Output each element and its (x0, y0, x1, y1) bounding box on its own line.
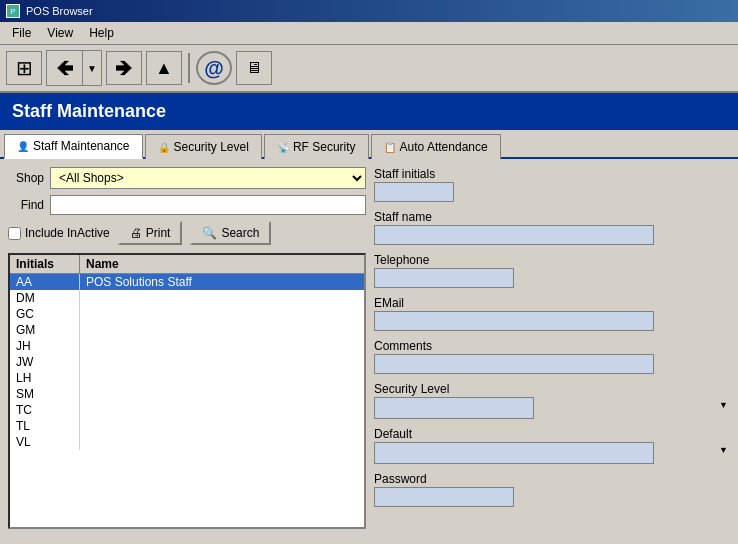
default-wrapper: Option 1 Option 2 (374, 442, 730, 464)
list-item[interactable]: DM (10, 290, 364, 306)
telephone-group: Telephone (374, 253, 730, 288)
computer-button[interactable]: 🖥 (236, 51, 272, 85)
main-content: Shop <All Shops> Find Include InActive 🖨… (0, 159, 738, 537)
cell-name (80, 306, 364, 322)
security-level-label: Security Level (374, 382, 730, 396)
tab-security-level[interactable]: 🔒 Security Level (145, 134, 262, 159)
cell-initials: VL (10, 434, 80, 450)
back-button[interactable]: 🡸 (47, 51, 83, 85)
dropdown-button[interactable]: ▼ (83, 51, 101, 85)
toolbar: ⊞ 🡸 ▼ 🡺 ▲ @ 🖥 (0, 45, 738, 93)
comments-label: Comments (374, 339, 730, 353)
tab-auto-attendance[interactable]: 📋 Auto Attendance (371, 134, 501, 159)
comments-group: Comments (374, 339, 730, 374)
default-select[interactable]: Option 1 Option 2 (374, 442, 654, 464)
shop-row: Shop <All Shops> (8, 167, 366, 189)
cell-initials: JH (10, 338, 80, 354)
menu-bar: File View Help (0, 22, 738, 45)
list-item[interactable]: JH (10, 338, 364, 354)
cell-initials: DM (10, 290, 80, 306)
find-input[interactable] (50, 195, 366, 215)
email-group: EMail (374, 296, 730, 331)
menu-view[interactable]: View (39, 24, 81, 42)
email-button[interactable]: @ (196, 51, 232, 85)
staff-name-group: Staff name (374, 210, 730, 245)
list-item[interactable]: AA POS Solutions Staff (10, 274, 364, 290)
find-row: Find (8, 195, 366, 215)
cell-name (80, 370, 364, 386)
up-button[interactable]: ▲ (146, 51, 182, 85)
cell-name: POS Solutions Staff (80, 274, 364, 290)
password-group: Password (374, 472, 730, 507)
right-panel: Staff initials Staff name Telephone EMai… (374, 167, 730, 529)
security-level-select[interactable]: Level 1 Level 2 Level 3 (374, 397, 534, 419)
list-item[interactable]: SM (10, 386, 364, 402)
list-item[interactable]: TL (10, 418, 364, 434)
email-label: EMail (374, 296, 730, 310)
list-item[interactable]: LH (10, 370, 364, 386)
menu-file[interactable]: File (4, 24, 39, 42)
security-level-group: Security Level Level 1 Level 2 Level 3 (374, 382, 730, 419)
cell-name (80, 386, 364, 402)
staff-list-container[interactable]: Initials Name AA POS Solutions Staff DM … (8, 253, 366, 529)
tab-rf-security[interactable]: 📡 RF Security (264, 134, 369, 159)
cell-initials: GM (10, 322, 80, 338)
header-initials: Initials (10, 255, 80, 273)
print-button[interactable]: 🖨 Print (118, 221, 183, 245)
password-label: Password (374, 472, 730, 486)
rf-security-icon: 📡 (277, 142, 289, 153)
cell-initials: SM (10, 386, 80, 402)
default-label: Default (374, 427, 730, 441)
telephone-input[interactable] (374, 268, 514, 288)
staff-initials-input[interactable] (374, 182, 454, 202)
cell-name (80, 322, 364, 338)
shop-select[interactable]: <All Shops> (50, 167, 366, 189)
staff-initials-group: Staff initials (374, 167, 730, 202)
separator-1 (188, 53, 190, 83)
list-item[interactable]: GC (10, 306, 364, 322)
telephone-label: Telephone (374, 253, 730, 267)
default-group: Default Option 1 Option 2 (374, 427, 730, 464)
staff-name-input[interactable] (374, 225, 654, 245)
security-level-icon: 🔒 (158, 142, 170, 153)
home-button[interactable]: ⊞ (6, 51, 42, 85)
cell-initials: TC (10, 402, 80, 418)
list-item[interactable]: GM (10, 322, 364, 338)
page-header: Staff Maintenance (0, 93, 738, 130)
list-header: Initials Name (10, 255, 364, 274)
staff-name-label: Staff name (374, 210, 730, 224)
security-level-wrapper: Level 1 Level 2 Level 3 (374, 397, 730, 419)
menu-help[interactable]: Help (81, 24, 122, 42)
forward-button[interactable]: 🡺 (106, 51, 142, 85)
list-item[interactable]: JW (10, 354, 364, 370)
print-icon: 🖨 (130, 226, 142, 240)
cell-initials: GC (10, 306, 80, 322)
controls-row: Include InActive 🖨 Print 🔍 Search (8, 221, 366, 245)
comments-input[interactable] (374, 354, 654, 374)
cell-name (80, 418, 364, 434)
email-input[interactable] (374, 311, 654, 331)
title-bar-text: POS Browser (26, 5, 93, 17)
auto-attendance-icon: 📋 (384, 142, 396, 153)
find-label: Find (8, 198, 44, 212)
search-button[interactable]: 🔍 Search (190, 221, 271, 245)
staff-initials-label: Staff initials (374, 167, 730, 181)
page-title: Staff Maintenance (12, 101, 166, 121)
cell-initials: LH (10, 370, 80, 386)
header-name: Name (80, 255, 364, 273)
cell-name (80, 338, 364, 354)
cell-initials: AA (10, 274, 80, 290)
list-item[interactable]: TC (10, 402, 364, 418)
tab-staff-maintenance[interactable]: 👤 Staff Maintenance (4, 134, 143, 159)
cell-name (80, 290, 364, 306)
cell-name (80, 434, 364, 450)
left-panel: Shop <All Shops> Find Include InActive 🖨… (8, 167, 366, 529)
nav-button-group: 🡸 ▼ (46, 50, 102, 86)
include-inactive-label: Include InActive (8, 226, 110, 240)
password-input[interactable] (374, 487, 514, 507)
list-item[interactable]: VL (10, 434, 364, 450)
tabs-bar: 👤 Staff Maintenance 🔒 Security Level 📡 R… (0, 130, 738, 159)
title-bar: P POS Browser (0, 0, 738, 22)
include-inactive-checkbox[interactable] (8, 227, 21, 240)
cell-name (80, 402, 364, 418)
